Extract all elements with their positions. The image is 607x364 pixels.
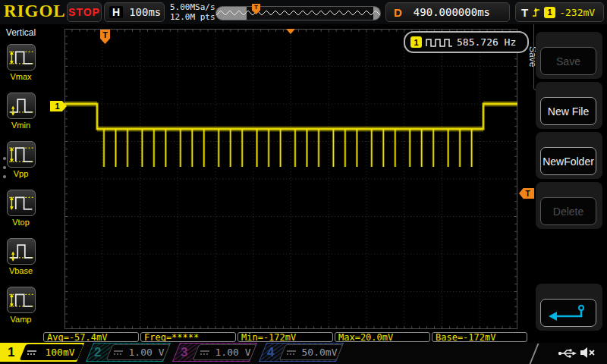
channel-status-bar: 1 100mV 2 1.00 V 3 1.00 V (0, 343, 607, 364)
sample-rate: 5.00MSa/s (170, 2, 215, 12)
menu-item-label: Vmin (0, 121, 42, 130)
return-arrow-icon (546, 303, 590, 323)
vbase-icon (7, 238, 36, 265)
channel-scale: 50.0mV (297, 347, 341, 358)
dc-coupling-icon (200, 350, 210, 356)
screen-center-marker-icon (286, 29, 295, 34)
vpp-icon (7, 141, 36, 168)
measurement-max: Max=20.0mV (335, 332, 430, 342)
timebase-value: 100ms (129, 6, 161, 18)
freq-counter-value: 585.726 Hz (457, 36, 516, 48)
menu-item-vpp[interactable]: Vpp (0, 141, 42, 178)
softkey-slot-delete: Delete (536, 182, 602, 229)
delete-button[interactable]: Delete (540, 197, 596, 225)
menu-item-vmax[interactable]: Vmax (0, 44, 42, 81)
graticule-and-trace (64, 29, 517, 329)
waveform-display-area (64, 29, 517, 329)
menu-page-dot (3, 157, 6, 160)
menu-item-vbase[interactable]: Vbase (0, 238, 42, 275)
menu-item-label: Vtop (0, 218, 42, 227)
square-wave-icon (426, 38, 453, 47)
measurement-min: Min=-172mV (237, 332, 333, 342)
back-button[interactable] (540, 299, 596, 327)
menu-item-label: Vmax (0, 72, 42, 81)
usb-icon (558, 347, 577, 359)
vmin-icon (7, 93, 36, 119)
channel-scale: 1.00 V (124, 347, 168, 358)
measurement-base: Base=-172mV (432, 332, 527, 342)
menu-page-dot (3, 166, 6, 169)
horizontal-timebase-button[interactable]: H 100ms (104, 2, 165, 22)
thumbnail-waveform (216, 7, 380, 20)
vmax-icon (7, 44, 36, 71)
channel-number: 1 (8, 345, 14, 360)
menu-item-vtop[interactable]: Vtop (0, 190, 42, 227)
rigol-logo: RIGOL (4, 2, 66, 21)
dc-coupling-icon (286, 350, 297, 356)
tab-divider (533, 24, 534, 88)
menu-page-dot (3, 175, 6, 178)
vtop-icon (7, 190, 36, 216)
top-status-bar: RIGOL STOP H 100ms 5.00MSa/s 12.0M pts T… (0, 0, 607, 24)
channel-scale: 1.00 V (211, 347, 255, 358)
oscilloscope-screen: RIGOL STOP H 100ms 5.00MSa/s 12.0M pts T… (0, 0, 607, 364)
delay-label: D (394, 6, 402, 19)
speaker-muted-icon[interactable] (579, 346, 596, 359)
menu-item-vamp[interactable]: Vamp (0, 287, 42, 324)
softkey-slot-newfolder: NewFolder (536, 132, 602, 179)
menu-item-label: Vamp (0, 315, 42, 324)
freq-counter-source-badge: 1 (410, 36, 422, 48)
menu-item-label: Vpp (0, 169, 42, 178)
trigger-readout-button[interactable]: T 1 -232mV (515, 2, 604, 22)
channel-3-status[interactable]: 3 1.00 V (173, 343, 259, 363)
channel-2-status[interactable]: 2 1.00 V (86, 343, 173, 363)
save-button[interactable]: Save (540, 47, 596, 75)
run-stop-status[interactable]: STOP (67, 2, 102, 22)
channel-scale: 100mV (38, 347, 82, 358)
vamp-icon (7, 287, 36, 313)
measurement-avg: Avg=-57.4mV (43, 332, 139, 342)
softkey-slot-back (536, 284, 602, 331)
softkey-slot-newfile: New File (536, 82, 602, 129)
channel-number: 2 (94, 345, 101, 360)
channel-number: 4 (267, 345, 274, 360)
measurement-freq: Freq=***** (140, 332, 236, 342)
frequency-counter: 1 585.726 Hz (404, 31, 529, 53)
memory-waveform-thumbnail[interactable]: T (215, 6, 381, 20)
channel-1-status[interactable]: 1 100mV (0, 343, 86, 363)
dc-coupling-icon (27, 350, 37, 356)
trigger-source-badge: 1 (544, 7, 555, 18)
left-menu-title: Vertical (0, 27, 42, 38)
delay-readout-button[interactable]: D 490.000000ms (385, 2, 510, 22)
rising-edge-icon (532, 7, 540, 17)
memory-depth: 12.0M pts (170, 12, 215, 22)
softkey-slot-save: Save (536, 32, 602, 79)
new-folder-button[interactable]: NewFolder (540, 147, 596, 175)
dc-coupling-icon (113, 350, 124, 356)
channel-number: 3 (181, 345, 187, 360)
delay-value: 490.000000ms (402, 6, 502, 18)
trigger-level-value: -232mV (559, 7, 595, 18)
menu-item-label: Vbase (0, 266, 42, 275)
new-file-button[interactable]: New File (540, 97, 596, 125)
channel-4-status[interactable]: 4 50.0mV (259, 343, 346, 363)
trigger-label: T (521, 6, 528, 19)
acquisition-info: 5.00MSa/s 12.0M pts (170, 2, 215, 22)
trigger-level-marker[interactable]: T (519, 188, 534, 199)
menu-item-vmin[interactable]: Vmin (0, 93, 42, 130)
horizontal-label: H (109, 6, 123, 18)
